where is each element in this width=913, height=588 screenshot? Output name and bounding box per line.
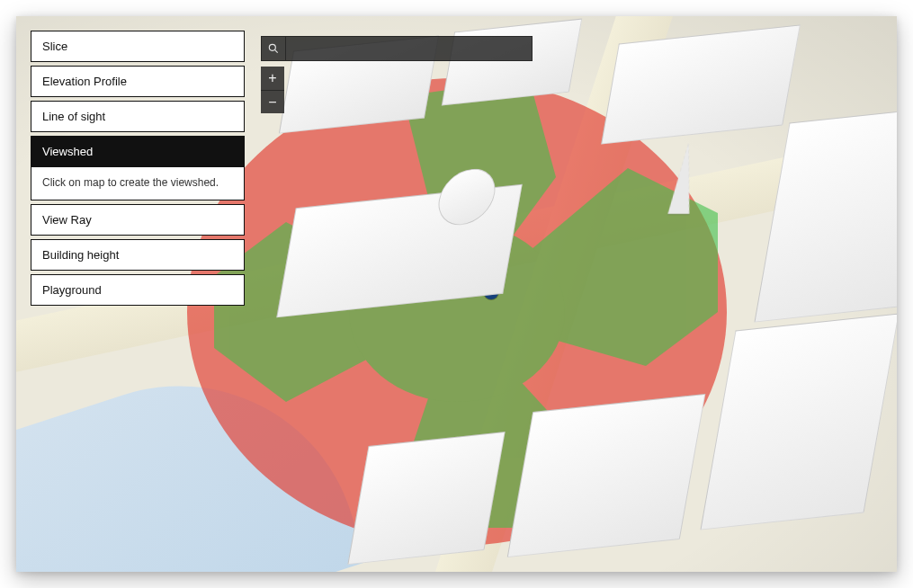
tool-header-line-of-sight[interactable]: Line of sight <box>31 102 244 131</box>
tool-header-viewshed[interactable]: Viewshed <box>31 137 244 166</box>
zoom-out-button[interactable]: − <box>261 90 284 113</box>
building <box>601 24 801 144</box>
building <box>700 313 897 530</box>
search-icon[interactable] <box>262 37 286 60</box>
tool-header-slice[interactable]: Slice <box>31 31 244 61</box>
svg-line-7 <box>274 49 277 52</box>
map-controls: + − <box>261 36 533 113</box>
tool-item-building-height: Building height <box>31 239 245 271</box>
tool-header-building-height[interactable]: Building height <box>31 240 244 270</box>
tool-body-viewshed: Click on map to create the viewshed. <box>31 166 244 200</box>
tool-item-line-of-sight: Line of sight <box>31 101 245 132</box>
zoom-in-button[interactable]: + <box>261 67 284 90</box>
minus-icon: − <box>268 95 276 110</box>
tool-item-playground: Playground <box>31 274 245 306</box>
tool-item-slice: Slice <box>31 31 245 62</box>
search-box[interactable] <box>261 36 533 61</box>
tool-header-playground[interactable]: Playground <box>31 275 244 305</box>
water <box>16 339 367 572</box>
building <box>754 107 897 322</box>
tool-header-elevation-profile[interactable]: Elevation Profile <box>31 67 244 96</box>
tool-panel: Slice Elevation Profile Line of sight Vi… <box>31 31 245 306</box>
building <box>347 432 505 565</box>
svg-point-6 <box>269 44 275 50</box>
building <box>507 394 706 557</box>
app-frame: + − Slice Elevation Profile Line of sigh… <box>0 0 913 588</box>
zoom-control: + − <box>261 67 284 113</box>
tool-header-view-ray[interactable]: View Ray <box>31 205 244 235</box>
tool-item-viewshed: Viewshed Click on map to create the view… <box>31 136 245 200</box>
map-viewport[interactable]: + − Slice Elevation Profile Line of sigh… <box>16 16 897 572</box>
plus-icon: + <box>268 71 276 85</box>
search-input[interactable] <box>286 38 532 59</box>
tool-item-view-ray: View Ray <box>31 204 245 236</box>
tool-item-elevation-profile: Elevation Profile <box>31 66 245 97</box>
